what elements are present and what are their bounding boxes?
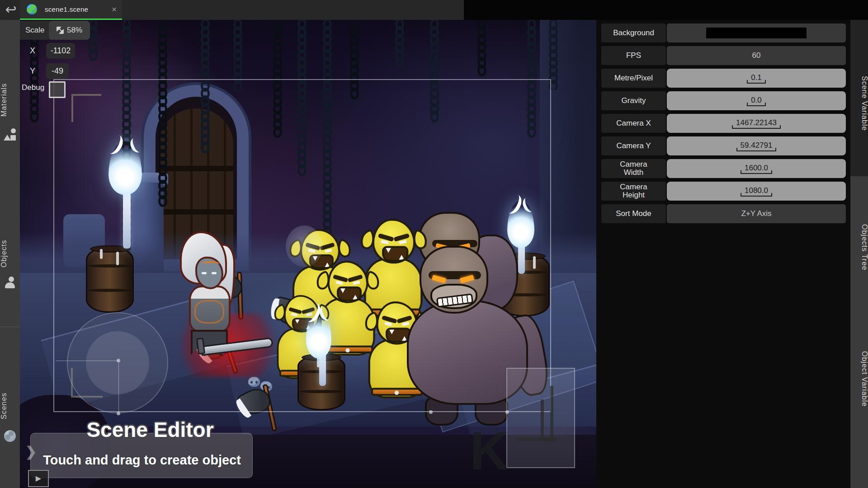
- debug-label: Debug: [22, 83, 44, 92]
- selection-line: [56, 361, 118, 361]
- property-label: Camera X: [601, 114, 666, 133]
- scenes-globe-icon[interactable]: [4, 430, 16, 442]
- scene-canvas[interactable]: K Scale 58% X -1102 Y -49 Debug Scene Ed…: [20, 20, 596, 488]
- materials-shapes-icon[interactable]: [4, 128, 16, 141]
- scale-label: Scale: [25, 26, 45, 35]
- chain-sprite: [393, 20, 406, 74]
- property-row-gravity: Gravity 0.0: [601, 91, 850, 110]
- joystick-inner-circle[interactable]: [86, 331, 149, 394]
- scale-control: Scale 58%: [20, 21, 90, 40]
- sidebar-item-scenes[interactable]: Scenes: [0, 383, 20, 428]
- corner-bracket: [71, 94, 101, 122]
- debug-checkbox[interactable]: [49, 81, 66, 98]
- tab-object-variable[interactable]: Object Variable: [850, 336, 868, 422]
- gravity-field[interactable]: 0.0: [667, 91, 846, 110]
- property-label: Gravity: [601, 91, 666, 110]
- camera-y-field[interactable]: 59.42791: [667, 136, 846, 155]
- sidebar-divider: [0, 327, 20, 327]
- y-value-field[interactable]: -49: [46, 63, 69, 79]
- property-row-camera-y: Camera Y 59.42791: [601, 136, 850, 155]
- property-row-background: Background: [601, 23, 850, 42]
- property-label: Metre/Pixel: [601, 69, 666, 88]
- scene-editor-app: ↩ scene1.scene × Materials Objects Scene…: [0, 0, 868, 488]
- top-bar-right: [464, 0, 868, 20]
- property-label: Sort Mode: [601, 204, 666, 223]
- property-label: Camera Y: [601, 136, 666, 155]
- property-row-camera-x: Camera X 1467.22143: [601, 114, 850, 133]
- right-tab-strip: Scene Variable Objects Tree Object Varia…: [850, 20, 868, 488]
- chevron-right-icon[interactable]: ❯: [25, 444, 37, 460]
- sidebar-item-materials[interactable]: Materials: [0, 70, 20, 129]
- back-icon[interactable]: ↩: [3, 1, 19, 19]
- play-button[interactable]: ▶: [28, 470, 49, 487]
- tab-title: scene1.scene: [45, 5, 88, 13]
- zoom-control[interactable]: 58%: [49, 21, 90, 40]
- fps-field[interactable]: 60: [667, 46, 846, 65]
- x-label: X: [30, 46, 35, 56]
- l-bracket-object[interactable]: [517, 386, 553, 441]
- globe-icon: [26, 4, 38, 15]
- property-row-metre-pixel: Metre/Pixel 0.1: [601, 69, 850, 88]
- property-label: Camera Width: [601, 159, 666, 178]
- viewport-handle[interactable]: [429, 410, 433, 414]
- scale-value: 58%: [67, 26, 82, 35]
- camera-x-field[interactable]: 1467.22143: [667, 114, 846, 133]
- x-value-field[interactable]: -1102: [46, 43, 75, 59]
- scene-variable-panel: Background FPS 60 Metre/Pixel 0.1 Gravit…: [596, 20, 850, 488]
- sort-mode-field[interactable]: Z+Y Axis: [667, 204, 846, 223]
- property-label: Background: [601, 23, 666, 42]
- left-sidebar: Materials Objects Scenes: [0, 20, 20, 488]
- person-icon[interactable]: [4, 277, 16, 289]
- metre-pixel-field[interactable]: 0.1: [667, 69, 846, 88]
- tab-scene-variable[interactable]: Scene Variable: [850, 65, 868, 142]
- property-label: Camera Height: [601, 182, 666, 201]
- tab-objects-tree[interactable]: Objects Tree: [850, 222, 868, 272]
- y-label: Y: [30, 66, 35, 76]
- property-row-sort-mode: Sort Mode Z+Y Axis: [601, 204, 850, 223]
- resize-arrows-icon: [57, 27, 64, 34]
- camera-height-field[interactable]: 1080.0: [667, 182, 846, 201]
- selection-line: [118, 361, 119, 413]
- camera-width-field[interactable]: 1600.0: [667, 159, 846, 178]
- property-label: FPS: [601, 46, 666, 65]
- property-row-camera-height: Camera Height 1080.0: [601, 182, 850, 201]
- tab-scene1[interactable]: scene1.scene ×: [20, 0, 122, 20]
- sidebar-item-objects[interactable]: Objects: [0, 229, 20, 278]
- background-color-field[interactable]: [667, 23, 846, 42]
- property-row-fps: FPS 60: [601, 46, 850, 65]
- property-row-camera-width: Camera Width 1600.0: [601, 159, 850, 178]
- chain-sprite: [476, 20, 488, 76]
- hint-title: Scene Editor: [60, 418, 241, 442]
- hint-subtitle: Touch and drag to create object: [38, 453, 246, 468]
- background-color-swatch[interactable]: [706, 28, 807, 38]
- text-object-k[interactable]: K: [470, 423, 509, 478]
- close-icon[interactable]: ×: [112, 5, 117, 14]
